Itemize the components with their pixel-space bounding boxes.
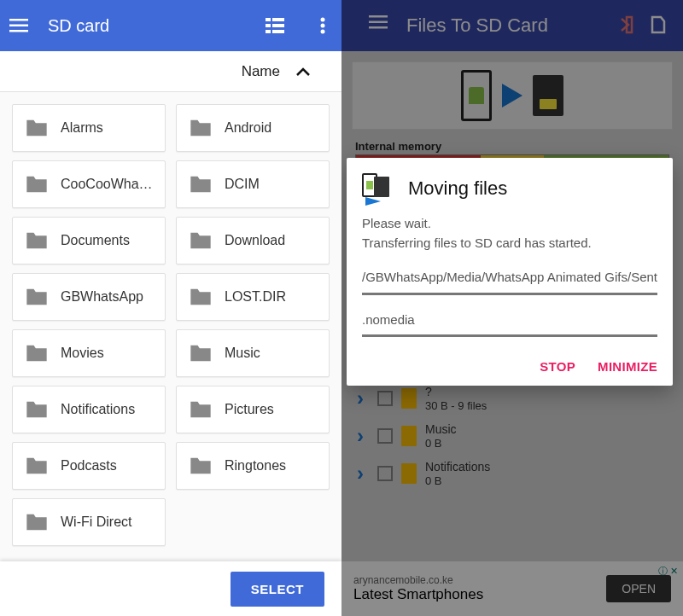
left-panel: SD card Name AlarmsAndroidCooCooWha…DCIM… [0,0,342,616]
folder-label: Documents [61,233,130,248]
folder-tile[interactable]: Pictures [176,386,330,433]
folder-label: Wi-Fi Direct [61,514,132,530]
folder-tile[interactable]: CooCooWha… [12,160,166,208]
folder-label: Android [225,120,271,136]
folder-label: Notifications [61,402,135,417]
chevron-up-icon [295,67,311,77]
folder-tile[interactable]: Notifications [12,386,166,433]
svg-rect-6 [272,24,284,27]
folder-label: CooCooWha… [61,177,153,192]
view-grid-icon[interactable] [265,15,285,36]
dialog-title: Moving files [408,177,507,200]
dialog-path: /GBWhatsApp/Media/WhatsApp Animated Gifs… [362,268,657,288]
menu-icon[interactable] [9,15,29,36]
folder-tile[interactable]: LOST.DIR [176,273,330,321]
folder-label: Alarms [61,120,103,136]
folder-tile[interactable]: Alarms [12,104,166,152]
folder-tile[interactable]: Podcasts [12,442,166,490]
folder-label: Podcasts [61,458,117,474]
svg-rect-1 [9,25,28,27]
folder-tile[interactable]: Music [176,329,330,377]
svg-rect-7 [266,30,271,33]
folder-tile[interactable]: Download [176,217,330,264]
select-button[interactable]: SELECT [231,572,324,607]
svg-rect-0 [9,19,28,21]
dialog-file: .nomedia [362,311,657,330]
folder-tile[interactable]: Ringtones [176,442,330,490]
select-bar: SELECT [0,561,342,616]
minimize-button[interactable]: MINIMIZE [598,359,657,374]
folder-label: Pictures [225,402,274,417]
sort-row[interactable]: Name [0,51,342,92]
left-title: SD card [48,16,265,36]
svg-rect-8 [272,30,284,33]
right-panel: Files To SD Card Internal memory ›?30 B … [342,0,683,616]
folder-tile[interactable]: GBWhatsApp [12,273,166,321]
folder-tile[interactable]: Wi-Fi Direct [12,498,166,546]
folder-label: DCIM [225,177,260,192]
svg-point-9 [321,18,325,22]
folder-label: Music [225,346,260,361]
folder-label: GBWhatsApp [61,289,143,305]
dialog-line1: Please wait. [362,214,657,234]
svg-rect-2 [9,30,28,32]
folder-grid: AlarmsAndroidCooCooWha…DCIMDocumentsDown… [12,104,330,546]
dialog-line2: Transferring files to SD card has starte… [362,234,657,253]
stop-button[interactable]: STOP [540,359,575,374]
folder-tile[interactable]: Android [176,104,330,152]
moving-files-dialog: Moving files Please wait. Transferring f… [347,158,673,386]
transfer-icon [362,173,400,204]
more-icon[interactable] [312,15,333,36]
folder-tile[interactable]: DCIM [176,160,330,208]
svg-rect-5 [266,24,271,27]
left-appbar: SD card [0,0,342,51]
svg-point-10 [321,24,325,28]
progress-bar-2 [362,334,657,337]
folder-label: Movies [61,346,104,361]
svg-rect-4 [272,18,284,21]
sort-label: Name [242,63,280,80]
folder-tile[interactable]: Movies [12,329,166,377]
folder-tile[interactable]: Documents [12,217,166,264]
folder-label: Download [225,233,285,248]
progress-bar-1 [362,293,657,295]
folder-label: Ringtones [225,458,286,474]
svg-rect-3 [266,18,271,21]
svg-point-11 [321,30,325,34]
folder-label: LOST.DIR [225,289,286,305]
